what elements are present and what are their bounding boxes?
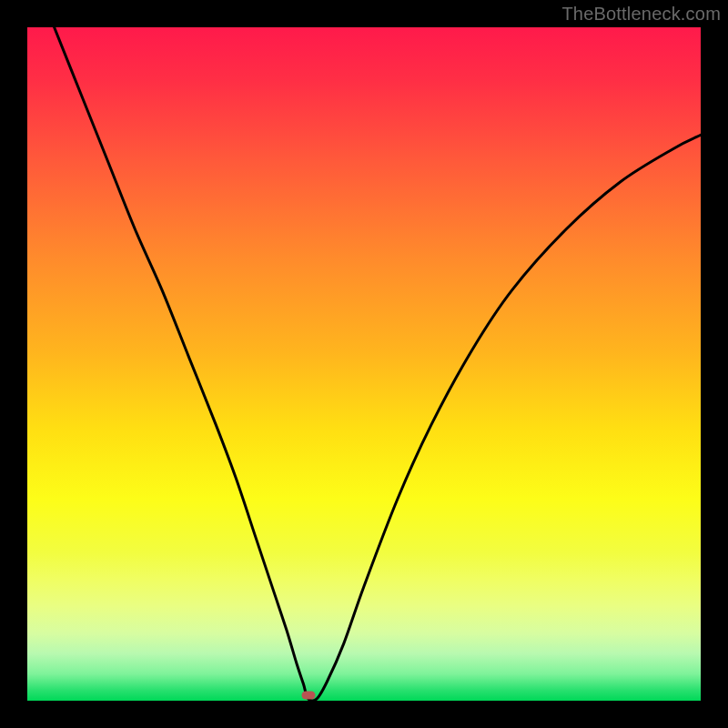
plot-area xyxy=(27,27,701,701)
watermark-text: TheBottleneck.com xyxy=(561,4,721,25)
optimum-marker xyxy=(301,692,315,700)
bottleneck-curve xyxy=(27,27,701,701)
chart-frame: TheBottleneck.com xyxy=(0,0,728,728)
